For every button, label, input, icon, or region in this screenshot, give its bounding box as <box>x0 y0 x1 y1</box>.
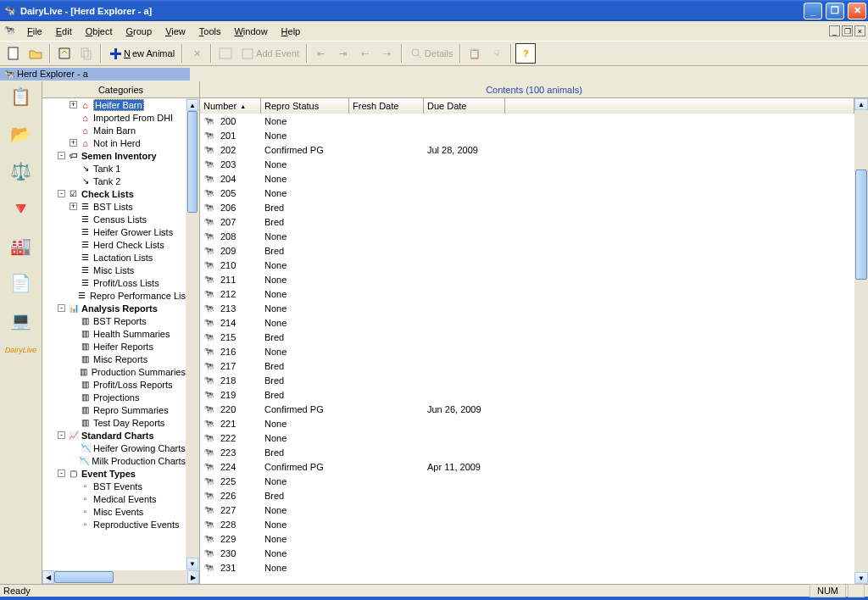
tree-node[interactable]: 📉Milk Production Charts <box>42 454 186 467</box>
table-row[interactable]: 🐄206Bred <box>200 200 854 214</box>
scroll-down-arrow[interactable]: ▼ <box>854 572 868 584</box>
tree-node[interactable]: -▢Event Types <box>42 467 186 480</box>
scale-icon[interactable]: ⚖️ <box>8 159 35 183</box>
table-row[interactable]: 🐄226Bred <box>200 488 854 503</box>
tree-node[interactable]: -☑Check Lists <box>42 187 186 200</box>
tree-node[interactable]: ☰Census Lists <box>42 213 186 225</box>
table-row[interactable]: 🐄209Bred <box>200 243 854 258</box>
tree-node[interactable]: ▥Health Summaries <box>42 327 186 340</box>
scroll-thumb-h[interactable] <box>54 571 114 583</box>
tree-node[interactable]: ☰Misc Lists <box>42 264 186 276</box>
scroll-right-arrow[interactable]: ▶ <box>187 570 199 584</box>
table-row[interactable]: 🐄201None <box>200 128 854 142</box>
document-icon[interactable]: 📄 <box>8 271 35 295</box>
expand-toggle[interactable]: - <box>58 469 65 477</box>
menu-object[interactable]: Object <box>79 24 120 39</box>
tree-node[interactable]: ☰Lactation Lists <box>42 251 186 264</box>
tree-node[interactable]: ▥Test Day Reports <box>42 416 186 429</box>
tree-node[interactable]: -📈Standard Charts <box>42 429 186 442</box>
tree-node[interactable]: ▥Profit/Loss Reports <box>42 378 186 391</box>
table-row[interactable]: 🐄220Confirmed PGJun 26, 2009 <box>200 402 854 416</box>
table-row[interactable]: 🐄211None <box>200 272 854 286</box>
tree-node[interactable]: ☰Herd Check Lists <box>42 238 186 251</box>
tree-node[interactable]: ▥BST Reports <box>42 314 186 327</box>
expand-toggle[interactable]: - <box>58 190 65 197</box>
menu-view[interactable]: View <box>159 24 192 39</box>
tree-node[interactable]: ☰Heifer Grower Lists <box>42 225 186 238</box>
tree-node[interactable]: ⌂Main Barn <box>42 124 186 136</box>
table-row[interactable]: 🐄225None <box>200 474 854 488</box>
collapse-panel-button[interactable] <box>54 43 75 64</box>
tree-node[interactable]: 📉Heifer Growing Charts <box>42 442 186 454</box>
open-file-button[interactable] <box>25 43 46 64</box>
tree-node[interactable]: ▫BST Events <box>42 480 186 492</box>
tree-node[interactable]: ▫Misc Events <box>42 505 186 518</box>
tree-node[interactable]: +⌂Not in Herd <box>42 136 186 149</box>
menu-group[interactable]: Group <box>120 24 159 39</box>
table-row[interactable]: 🐄224Confirmed PGApr 11, 2009 <box>200 459 854 474</box>
tree-horizontal-scrollbar[interactable]: ◀ ▶ <box>42 570 199 584</box>
mdi-minimize-button[interactable]: _ <box>829 25 840 36</box>
new-file-button[interactable] <box>3 43 24 64</box>
table-row[interactable]: 🐄230None <box>200 546 854 560</box>
tree-node[interactable]: ▫Medical Events <box>42 492 186 505</box>
mdi-close-button[interactable]: × <box>854 25 865 36</box>
table-row[interactable]: 🐄229None <box>200 531 854 546</box>
tree-node[interactable]: ↘Tank 1 <box>42 162 186 175</box>
table-row[interactable]: 🐄205None <box>200 186 854 200</box>
column-header[interactable]: Fresh Date <box>349 98 424 114</box>
tree-node[interactable]: ▥Projections <box>42 391 186 403</box>
table-row[interactable]: 🐄208None <box>200 229 854 243</box>
table-row[interactable]: 🐄200None <box>200 114 854 128</box>
maximize-button[interactable]: ❐ <box>826 3 844 19</box>
table-row[interactable]: 🐄216None <box>200 344 854 358</box>
column-header[interactable]: Due Date <box>424 98 505 114</box>
scroll-thumb[interactable] <box>187 111 198 213</box>
scroll-up-arrow[interactable]: ▲ <box>186 99 198 111</box>
column-header[interactable]: Number▲ <box>200 98 261 114</box>
system-menu-icon[interactable]: 🐄 <box>3 25 17 38</box>
funnel-icon[interactable]: 🔻 <box>8 197 35 220</box>
tree-node[interactable]: -🏷Semen Inventory <box>42 149 186 162</box>
tree-node[interactable]: ▥Misc Reports <box>42 353 186 365</box>
tree-node[interactable]: +⌂Heifer Barn <box>42 98 186 111</box>
expand-toggle[interactable]: - <box>58 431 65 439</box>
expand-toggle[interactable]: + <box>70 101 77 108</box>
table-row[interactable]: 🐄210None <box>200 258 854 272</box>
folder-icon[interactable]: 📂 <box>8 122 35 146</box>
table-row[interactable]: 🐄217Bred <box>200 358 854 373</box>
table-row[interactable]: 🐄219Bred <box>200 387 854 402</box>
menu-help[interactable]: Help <box>275 24 308 39</box>
tree-vertical-scrollbar[interactable]: ▲ ▼ <box>186 98 199 570</box>
computer-icon[interactable]: 💻 <box>8 308 35 332</box>
tree-node[interactable]: ▥Production Summaries <box>42 365 186 378</box>
table-row[interactable]: 🐄222None <box>200 431 854 445</box>
help-button[interactable]: ? <box>515 43 536 64</box>
mdi-restore-button[interactable]: ❐ <box>842 25 853 36</box>
tree-node[interactable]: ▥Heifer Reports <box>42 340 186 353</box>
table-row[interactable]: 🐄214None <box>200 315 854 330</box>
categories-tree[interactable]: +⌂Heifer Barn⌂Imported From DHI⌂Main Bar… <box>42 98 186 570</box>
expand-toggle[interactable]: - <box>58 152 65 159</box>
expand-toggle[interactable]: + <box>70 139 77 147</box>
barn-icon[interactable]: 🏭 <box>8 234 35 258</box>
new-animal-button[interactable]: New Animal <box>105 43 178 64</box>
menu-file[interactable]: File <box>20 24 49 39</box>
scroll-left-arrow[interactable]: ◀ <box>42 570 54 584</box>
tree-node[interactable]: -📊Analysis Reports <box>42 302 186 314</box>
table-row[interactable]: 🐄231None <box>200 560 854 575</box>
table-row[interactable]: 🐄213None <box>200 301 854 315</box>
expand-toggle[interactable]: - <box>58 304 65 312</box>
tree-node[interactable]: ☰Profit/Loss Lists <box>42 276 186 289</box>
table-row[interactable]: 🐄212None <box>200 286 854 301</box>
close-button[interactable]: ✕ <box>848 3 866 19</box>
tree-node[interactable]: ☰Repro Performance Lis <box>42 289 186 302</box>
menu-window[interactable]: Window <box>227 24 274 39</box>
list-vertical-scrollbar[interactable]: ▲ ▼ <box>854 98 868 584</box>
tree-node[interactable]: +☰BST Lists <box>42 200 186 213</box>
clipboard-icon[interactable]: 📋 <box>8 85 35 108</box>
menu-tools[interactable]: Tools <box>192 24 228 39</box>
table-row[interactable]: 🐄207Bred <box>200 214 854 229</box>
table-row[interactable]: 🐄203None <box>200 157 854 171</box>
tree-node[interactable]: ⌂Imported From DHI <box>42 111 186 124</box>
